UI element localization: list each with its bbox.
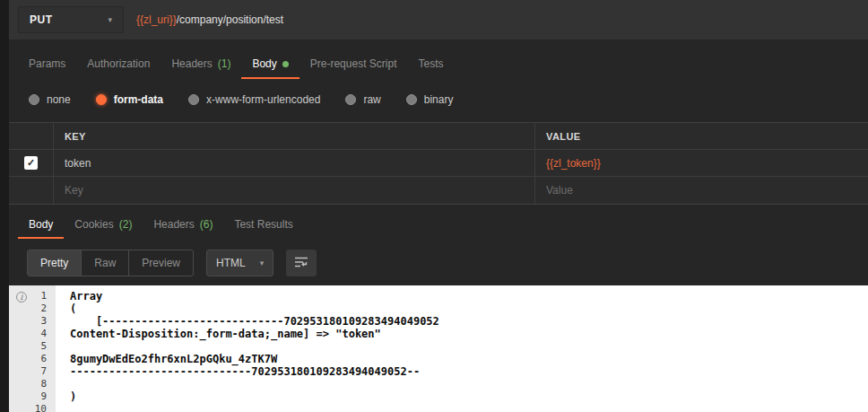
- format-select[interactable]: HTML ▾: [206, 250, 273, 276]
- radio-icon: [29, 94, 39, 105]
- line-text: [56, 378, 70, 390]
- tab-pre-request-script[interactable]: Pre-request Script: [299, 50, 408, 79]
- line-text: 8gumyDwEdEo2fhr6xnL2pGQku_4zTK7W: [56, 353, 277, 365]
- chevron-down-icon: ▾: [108, 15, 112, 24]
- main-panel: PUT ▾ {{zl_uri}}/company/position/test P…: [9, 0, 868, 412]
- radio-label: none: [47, 93, 71, 106]
- line-text: [56, 340, 70, 353]
- tab-label: Cookies: [74, 218, 113, 231]
- line-number: 5: [9, 340, 56, 353]
- tab-label: Headers: [153, 218, 194, 231]
- table-header-row: KEY VALUE: [9, 123, 868, 150]
- line-number: 6: [9, 353, 56, 365]
- tab-label: Pre-request Script: [310, 57, 397, 70]
- method-dropdown[interactable]: PUT ▾: [18, 6, 124, 33]
- line-number: 9: [9, 390, 56, 403]
- radio-icon: [406, 94, 417, 105]
- tab-authorization[interactable]: Authorization: [76, 50, 161, 79]
- code-line: 3 [----------------------------702953180…: [9, 315, 868, 328]
- line-number: 8: [9, 378, 56, 390]
- line-number: 2: [9, 302, 56, 315]
- info-icon[interactable]: i: [16, 292, 27, 302]
- request-bar: PUT ▾ {{zl_uri}}/company/position/test: [9, 0, 868, 39]
- code-line: 4 Content-Disposition:_form-data;_name] …: [9, 328, 868, 340]
- radio-raw[interactable]: raw: [345, 93, 380, 106]
- tab-count: (6): [200, 218, 213, 231]
- line-text: (: [56, 302, 76, 315]
- radio-form-data[interactable]: form-data: [96, 93, 163, 106]
- tab-params[interactable]: Params: [18, 50, 76, 79]
- format-select-value: HTML: [216, 257, 246, 269]
- radio-selected-icon: [96, 94, 107, 105]
- form-data-table: KEY VALUE ✓ token {{zl_token}} Key Value: [9, 122, 868, 205]
- tab-label: Authorization: [87, 57, 150, 70]
- line-text: ----------------------------702953180109…: [56, 365, 420, 378]
- tab-test-results[interactable]: Test Results: [223, 212, 303, 239]
- radio-label: x-www-form-urlencoded: [206, 93, 320, 106]
- key-column-header: KEY: [54, 123, 535, 149]
- radio-x-www-form-urlencoded[interactable]: x-www-form-urlencoded: [188, 93, 320, 106]
- tab-headers[interactable]: Headers (1): [161, 50, 241, 79]
- radio-none[interactable]: none: [29, 93, 71, 106]
- radio-label: form-data: [114, 93, 163, 106]
- request-tabs: Params Authorization Headers (1) Body Pr…: [9, 50, 868, 79]
- tab-label: Params: [29, 57, 65, 70]
- wrap-lines-button[interactable]: [286, 250, 317, 276]
- line-text: [56, 403, 70, 412]
- radio-label: binary: [424, 93, 454, 106]
- line-number: 7: [9, 365, 56, 378]
- preview-button[interactable]: Preview: [129, 250, 193, 276]
- view-button-group: Pretty Raw Preview: [27, 250, 194, 276]
- code-line: 5: [9, 340, 868, 353]
- wrap-lines-icon: [294, 256, 308, 271]
- tab-label: Test Results: [234, 218, 292, 231]
- checkbox-cell: [9, 177, 54, 204]
- radio-icon: [188, 94, 199, 105]
- postman-app: PUT ▾ {{zl_uri}}/company/position/test P…: [0, 0, 868, 412]
- value-column-header: VALUE: [535, 123, 868, 149]
- line-number: 4: [9, 328, 56, 340]
- code-line: 9 ): [9, 390, 868, 403]
- tab-response-body[interactable]: Body: [18, 212, 64, 239]
- code-line: 6 8gumyDwEdEo2fhr6xnL2pGQku_4zTK7W: [9, 353, 868, 365]
- key-cell[interactable]: token: [54, 150, 535, 176]
- tab-cookies[interactable]: Cookies (2): [64, 212, 143, 239]
- tab-label: Headers: [171, 57, 212, 70]
- url-input[interactable]: {{zl_uri}}/company/position/test: [124, 6, 859, 33]
- raw-button[interactable]: Raw: [82, 250, 129, 276]
- left-edge-strip: [0, 0, 9, 412]
- code-line: 1 Array: [9, 290, 868, 302]
- checkbox-header-cell: [9, 123, 54, 149]
- row-checkbox[interactable]: ✓: [24, 156, 38, 170]
- key-placeholder-cell[interactable]: Key: [54, 177, 535, 204]
- table-placeholder-row: Key Value: [9, 177, 868, 204]
- line-text: Content-Disposition:_form-data;_name] =>…: [56, 328, 381, 340]
- url-variable: {{zl_uri}}: [136, 13, 177, 26]
- radio-binary[interactable]: binary: [406, 93, 454, 106]
- tab-tests[interactable]: Tests: [407, 50, 454, 79]
- code-line: 8: [9, 378, 868, 390]
- method-label: PUT: [30, 13, 53, 26]
- code-line: 7 ----------------------------7029531801…: [9, 365, 868, 378]
- line-text: ): [56, 390, 76, 403]
- table-row: ✓ token {{zl_token}}: [9, 150, 868, 177]
- line-number: 10: [9, 403, 56, 412]
- response-body-code: i 1 Array 2 ( 3 [-----------------------…: [9, 285, 868, 412]
- code-line: 10: [9, 403, 868, 412]
- pretty-button[interactable]: Pretty: [28, 250, 82, 276]
- tab-count: (1): [218, 57, 231, 70]
- line-number: 3: [9, 315, 56, 328]
- tab-label: Body: [252, 57, 276, 70]
- value-cell[interactable]: {{zl_token}}: [535, 150, 868, 176]
- code-line: 2 (: [9, 302, 868, 315]
- tab-label: Body: [29, 218, 53, 231]
- response-toolbar: Pretty Raw Preview HTML ▾: [27, 250, 868, 276]
- checkbox-cell: ✓: [9, 150, 54, 176]
- value-placeholder-cell[interactable]: Value: [535, 177, 868, 204]
- tab-body[interactable]: Body: [241, 50, 299, 79]
- radio-label: raw: [363, 93, 380, 106]
- chevron-down-icon: ▾: [260, 259, 265, 267]
- url-path: /company/position/test: [177, 13, 283, 26]
- body-type-radio-group: none form-data x-www-form-urlencoded raw…: [9, 88, 868, 111]
- tab-response-headers[interactable]: Headers (6): [143, 212, 223, 239]
